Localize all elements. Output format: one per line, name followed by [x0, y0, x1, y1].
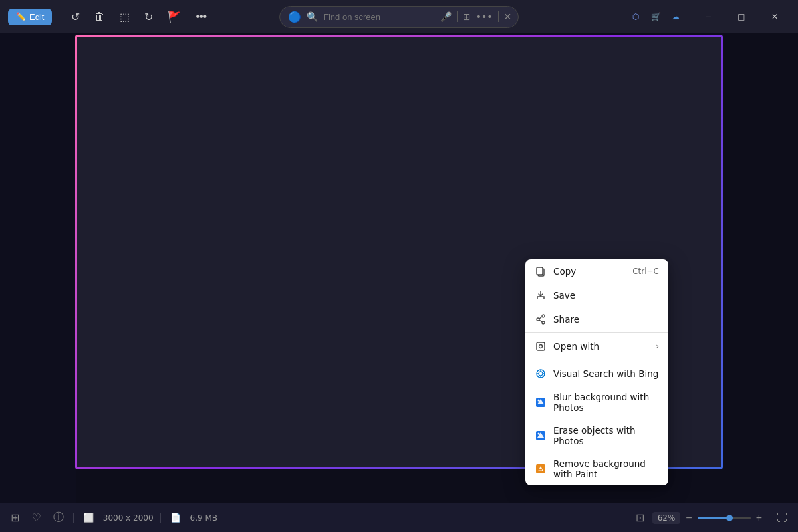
zoom-controls: 62% − +	[652, 511, 763, 525]
resolution-icon: ⬜	[80, 510, 96, 525]
delete-button[interactable]: 🗑	[89, 7, 110, 27]
paint-icon	[535, 463, 547, 475]
context-menu-remove-bg[interactable]: Remove background with Paint	[525, 452, 668, 485]
widgets-icon[interactable]: ⬡	[626, 7, 645, 26]
apps-icon[interactable]: ⊞	[457, 11, 471, 22]
context-menu-copy[interactable]: Copy Ctrl+C	[525, 259, 668, 283]
zoom-in-button[interactable]: +	[755, 511, 763, 525]
svg-point-3	[542, 321, 545, 324]
main-image-area: Copy Ctrl+C Save	[0, 33, 798, 503]
minimize-button[interactable]: −	[693, 6, 724, 27]
svg-point-20	[538, 433, 540, 435]
status-divider-2	[160, 513, 161, 523]
svg-line-5	[539, 317, 542, 319]
mic-icon[interactable]: 🎤	[440, 11, 452, 22]
pencil-icon: ✏️	[16, 12, 26, 21]
rotate-right-button[interactable]: ↻	[139, 7, 158, 27]
copy-shortcut: Ctrl+C	[632, 267, 659, 276]
zoom-slider[interactable]	[698, 517, 751, 519]
zoom-out-button[interactable]: −	[684, 511, 693, 525]
context-menu: Copy Ctrl+C Save	[525, 259, 668, 485]
toolbar-left: ✏️ Edit ↺ 🗑 ⬚ ↻ 🚩 •••	[8, 7, 212, 27]
titlebar: ✏️ Edit ↺ 🗑 ⬚ ↻ 🚩 ••• 🔵 🔍 🎤 ⊞ •	[0, 0, 798, 33]
context-menu-save[interactable]: Save	[525, 283, 668, 307]
svg-point-17	[538, 400, 540, 402]
collection-icon[interactable]: ⊞	[8, 509, 22, 527]
minimize-icon: −	[705, 12, 712, 21]
svg-line-6	[539, 320, 542, 322]
search-bar: 🔵 🔍 🎤 ⊞ ••• ✕	[279, 6, 519, 28]
zoom-value[interactable]: 62%	[652, 512, 681, 524]
remove-bg-label: Remove background with Paint	[553, 458, 659, 479]
bing-icon	[535, 368, 547, 380]
close-search-icon[interactable]: ✕	[498, 11, 512, 22]
rotate-right-icon: ↻	[144, 11, 153, 23]
file-size: 6.9 MB	[190, 513, 217, 523]
context-menu-blur-bg[interactable]: Blur background with Photos	[525, 386, 668, 419]
more-button[interactable]: •••	[190, 7, 212, 27]
svg-point-8	[539, 345, 543, 348]
search-input[interactable]	[323, 12, 435, 22]
share-icon	[535, 313, 547, 325]
fullscreen-button[interactable]: ⛶	[774, 509, 790, 527]
crop-button[interactable]: ⬚	[114, 7, 135, 27]
crop-icon: ⬚	[120, 11, 130, 23]
close-button[interactable]: ✕	[759, 6, 790, 27]
more-icon: •••	[196, 11, 207, 23]
open-with-arrow: ›	[656, 342, 659, 351]
rotate-left-button[interactable]: ↺	[66, 7, 85, 27]
svg-point-10	[539, 372, 543, 376]
svg-rect-7	[537, 342, 545, 350]
zoom-slider-thumb	[726, 515, 733, 521]
restore-button[interactable]: □	[726, 6, 757, 27]
status-divider-1	[73, 513, 74, 523]
image-dimensions: 3000 x 2000	[103, 513, 154, 523]
svg-point-2	[542, 315, 545, 317]
context-menu-share[interactable]: Share	[525, 307, 668, 331]
svg-rect-22	[539, 469, 542, 471]
edit-label: Edit	[29, 12, 44, 22]
store-icon[interactable]: 🛒	[646, 7, 665, 26]
more-options-icon[interactable]: •••	[476, 11, 493, 22]
photos-icon	[535, 396, 547, 408]
divider	[59, 10, 59, 23]
trash-icon: 🗑	[94, 11, 105, 23]
onedrive-icon[interactable]: ☁	[666, 7, 685, 26]
open-with-icon	[535, 340, 547, 352]
menu-divider-1	[525, 332, 668, 333]
favorite-icon[interactable]: ♡	[29, 509, 43, 527]
photos-erase-icon	[535, 430, 547, 442]
rotate-left-icon: ↺	[71, 11, 80, 23]
menu-divider-2	[525, 360, 668, 360]
titlebar-right: ⬡ 🛒 ☁ − □ ✕	[626, 6, 790, 27]
save-label: Save	[553, 290, 659, 301]
status-bar: ⊞ ♡ ⓘ ⬜ 3000 x 2000 📄 6.9 MB ⊡ 62% − + ⛶	[0, 503, 798, 532]
restore-icon: □	[737, 12, 745, 21]
visual-search-label: Visual Search with Bing	[553, 368, 659, 379]
left-sidebar	[0, 33, 76, 503]
slideshow-button[interactable]: ⊡	[634, 510, 646, 525]
search-magnifier-icon: 🔍	[307, 11, 318, 22]
svg-rect-1	[537, 267, 543, 275]
context-menu-visual-search[interactable]: Visual Search with Bing	[525, 362, 668, 386]
info-icon[interactable]: ⓘ	[51, 508, 66, 527]
filesize-icon: 📄	[168, 510, 184, 525]
blur-bg-label: Blur background with Photos	[553, 392, 659, 413]
open-with-label: Open with	[553, 341, 649, 352]
search-bar-wrapper: 🔵 🔍 🎤 ⊞ ••• ✕	[279, 6, 519, 28]
context-menu-erase-objects[interactable]: Erase objects with Photos	[525, 419, 668, 452]
system-tray-icons: ⬡ 🛒 ☁	[626, 7, 685, 26]
copy-label: Copy	[553, 266, 626, 277]
edit-button[interactable]: ✏️ Edit	[8, 9, 52, 25]
context-menu-open-with[interactable]: Open with ›	[525, 334, 668, 358]
share-label: Share	[553, 314, 659, 325]
copy-icon	[535, 265, 547, 277]
close-icon: ✕	[771, 12, 778, 21]
flag-icon: 🚩	[168, 11, 181, 23]
bing-logo: 🔵	[288, 11, 301, 23]
flag-button[interactable]: 🚩	[162, 7, 186, 27]
save-icon	[535, 289, 547, 301]
svg-point-4	[537, 318, 539, 321]
erase-objects-label: Erase objects with Photos	[553, 425, 659, 446]
